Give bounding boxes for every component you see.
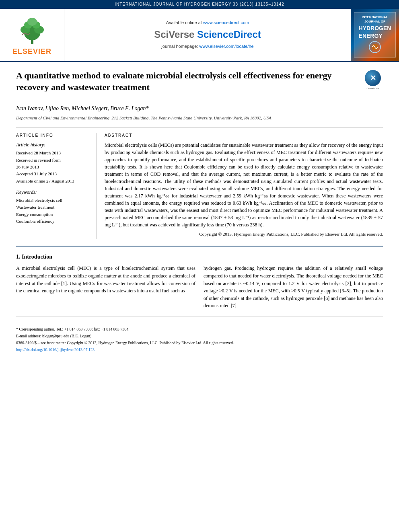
intro-left-column: A microbial electrolysis cell (MEC) is a… bbox=[16, 265, 195, 310]
available-text: Available online at www.sciencedirect.co… bbox=[166, 20, 249, 26]
doi-link[interactable]: http://dx.doi.org/10.1016/j.ijhydene.201… bbox=[16, 347, 95, 352]
received-revised-label: Received in revised form bbox=[16, 157, 90, 163]
accepted-date: Accepted 31 July 2013 bbox=[16, 171, 90, 177]
journal-header-text: INTERNATIONAL JOURNAL OF HYDROGEN ENERGY… bbox=[115, 2, 284, 6]
journal-thumb-icon bbox=[368, 40, 382, 54]
elsevier-logo-area: ELSEVIER bbox=[0, 9, 64, 61]
intro-left-text: A microbial electrolysis cell (MEC) is a… bbox=[16, 265, 195, 294]
abstract-heading: ABSTRACT bbox=[105, 133, 383, 138]
received-date-1: Received 28 March 2013 bbox=[16, 150, 90, 156]
sciverse-area: Available online at www.sciencedirect.co… bbox=[64, 9, 351, 61]
crossmark-circle: ✕ bbox=[365, 70, 381, 86]
crossmark-badge[interactable]: ✕ CrossMark bbox=[363, 70, 383, 91]
issn-note: 0360-3199/$ – see front matter Copyright… bbox=[16, 340, 383, 346]
crossmark-label: CrossMark bbox=[366, 87, 379, 91]
crossmark-x-icon: ✕ bbox=[370, 73, 376, 83]
sciencedirect-link[interactable]: www.sciencedirect.com bbox=[203, 20, 249, 25]
elsevier-brand: ELSEVIER bbox=[12, 47, 51, 57]
sciverse-logo: SciVerse ScienceDirect bbox=[154, 28, 261, 41]
article-info-column: ARTICLE INFO Article history: Received 2… bbox=[16, 133, 97, 239]
email-note: E-mail address: blogan@psu.edu (B.E. Log… bbox=[16, 333, 383, 339]
introduction-section: 1. Introduction A microbial electrolysis… bbox=[16, 246, 383, 310]
intro-heading: Introduction bbox=[22, 254, 52, 260]
journal-thumbnail: International Journal of HYDROGENENERGY bbox=[351, 9, 399, 61]
homepage-text: journal homepage: www.elsevier.com/locat… bbox=[161, 43, 253, 49]
elsevier-tree-icon bbox=[14, 13, 50, 45]
keyword-1: Microbial electrolysis cell bbox=[16, 197, 90, 203]
corresponding-author-note: * Corresponding author. Tel.: +1 814 863… bbox=[16, 327, 383, 332]
article-authors: Ivan Ivanov, Lijiao Ren, Michael Siegert… bbox=[16, 105, 383, 113]
keyword-2: Wastewater treatment bbox=[16, 204, 90, 210]
article-affiliation: Department of Civil and Environmental En… bbox=[16, 115, 383, 121]
doi-note: http://dx.doi.org/10.1016/j.ijhydene.201… bbox=[16, 347, 383, 353]
svg-point-6 bbox=[27, 18, 37, 26]
intro-number: 1. bbox=[16, 254, 21, 260]
article-info-abstract: ARTICLE INFO Article history: Received 2… bbox=[16, 127, 383, 239]
keyword-3: Energy consumption bbox=[16, 212, 90, 218]
copyright-text: Copyright © 2013, Hydrogen Energy Public… bbox=[105, 231, 383, 238]
abstract-text: Microbial electrolysis cells (MECs) are … bbox=[105, 142, 383, 238]
article-info-heading: ARTICLE INFO bbox=[16, 133, 90, 138]
keyword-4: Coulombic efficiency bbox=[16, 218, 90, 224]
available-online-date: Available online 27 August 2013 bbox=[16, 178, 90, 184]
journal-header: ELSEVIER Available online at www.science… bbox=[0, 9, 399, 62]
article-title-section: A quantitative method to evaluate microb… bbox=[16, 70, 383, 98]
intro-right-text: hydrogen gas. Producing hydrogen require… bbox=[204, 265, 383, 310]
journal-header-bar: INTERNATIONAL JOURNAL OF HYDROGEN ENERGY… bbox=[0, 0, 399, 9]
article-title: A quantitative method to evaluate microb… bbox=[16, 70, 356, 93]
article-title-text: A quantitative method to evaluate microb… bbox=[16, 70, 356, 93]
abstract-column: ABSTRACT Microbial electrolysis cells (M… bbox=[105, 133, 383, 239]
article-history-label: Article history: bbox=[16, 142, 90, 148]
footer-divider bbox=[16, 323, 383, 323]
intro-right-column: hydrogen gas. Producing hydrogen require… bbox=[204, 265, 383, 310]
intro-columns: A microbial electrolysis cell (MEC) is a… bbox=[16, 265, 383, 310]
article-content: A quantitative method to evaluate microb… bbox=[0, 62, 399, 362]
introduction-title: 1. Introduction bbox=[16, 253, 383, 261]
keywords-label: Keywords: bbox=[16, 189, 90, 196]
article-footer: * Corresponding author. Tel.: +1 814 863… bbox=[16, 316, 383, 353]
homepage-link[interactable]: www.elsevier.com/locate/he bbox=[200, 44, 254, 49]
received-revised-date: 26 July 2013 bbox=[16, 164, 90, 170]
